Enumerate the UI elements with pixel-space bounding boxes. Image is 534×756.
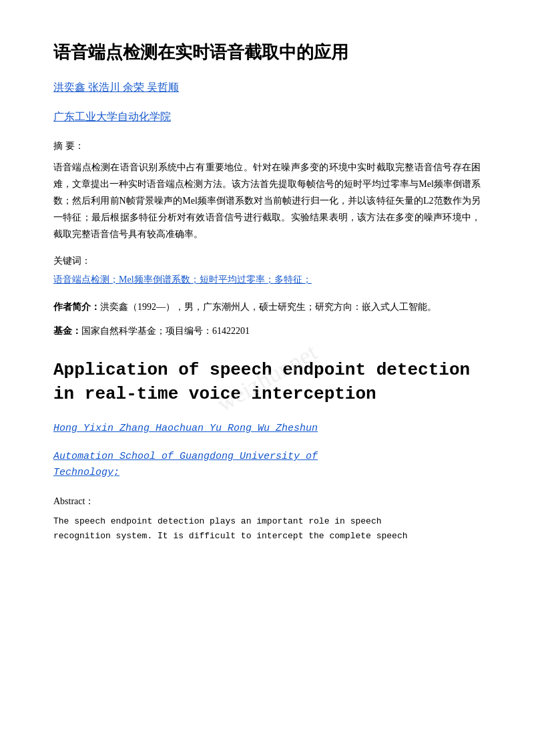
english-affiliation[interactable]: Automation School of Guangdong Universit… — [53, 449, 481, 481]
english-affiliation-line1: Automation School of Guangdong Universit… — [53, 451, 318, 462]
author-intro-text: 洪奕鑫（1992—），男，广东潮州人，硕士研究生；研究方向：嵌入式人工智能。 — [100, 302, 437, 312]
english-abstract-label: Abstract： — [53, 496, 481, 508]
chinese-abstract-text: 语音端点检测在语音识别系统中占有重要地位。针对在噪声多变的环境中实时截取完整语音… — [53, 159, 481, 243]
chinese-author-link[interactable]: 洪奕鑫 张浩川 余荣 吴哲顺 — [53, 81, 179, 93]
english-abstract-line2: recognition system. It is difficult to i… — [53, 531, 408, 541]
fund-info: 基金：国家自然科学基金；项目编号：61422201 — [53, 323, 481, 339]
chinese-affiliation-link[interactable]: 广东工业大学自动化学院 — [53, 111, 171, 122]
english-affiliation-line2: Technology; — [53, 467, 119, 478]
chinese-title: 语音端点检测在实时语音截取中的应用 — [53, 40, 481, 64]
chinese-abstract-label: 摘 要： — [53, 140, 481, 152]
chinese-affiliation[interactable]: 广东工业大学自动化学院 — [53, 108, 481, 126]
english-abstract-text: The speech endpoint detection plays an i… — [53, 514, 481, 544]
fund-label: 基金： — [53, 326, 81, 336]
chinese-keywords[interactable]: 语音端点检测；Mel频率倒谱系数；短时平均过零率；多特征； — [53, 272, 481, 287]
chinese-keywords-label: 关键词： — [53, 255, 481, 267]
author-intro-label: 作者简介： — [53, 302, 100, 312]
english-authors[interactable]: Hong Yixin Zhang Haochuan Yu Rong Wu Zhe… — [53, 421, 481, 437]
english-title: Application of speech endpoint detection… — [53, 358, 481, 407]
english-abstract-line1: The speech endpoint detection plays an i… — [53, 516, 381, 526]
chinese-authors[interactable]: 洪奕鑫 张浩川 余荣 吴哲顺 — [53, 79, 481, 96]
english-affiliation-link[interactable]: Automation School of Guangdong Universit… — [53, 451, 318, 478]
fund-text: 国家自然科学基金；项目编号：61422201 — [81, 326, 250, 336]
author-intro: 作者简介：洪奕鑫（1992—），男，广东潮州人，硕士研究生；研究方向：嵌入式人工… — [53, 299, 481, 315]
english-authors-link[interactable]: Hong Yixin Zhang Haochuan Yu Rong Wu Zhe… — [53, 423, 318, 434]
chinese-keywords-link[interactable]: 语音端点检测；Mel频率倒谱系数；短时平均过零率；多特征； — [53, 274, 312, 285]
page-container: 语音端点检测在实时语音截取中的应用 洪奕鑫 张浩川 余荣 吴哲顺 广东工业大学自… — [0, 0, 534, 596]
